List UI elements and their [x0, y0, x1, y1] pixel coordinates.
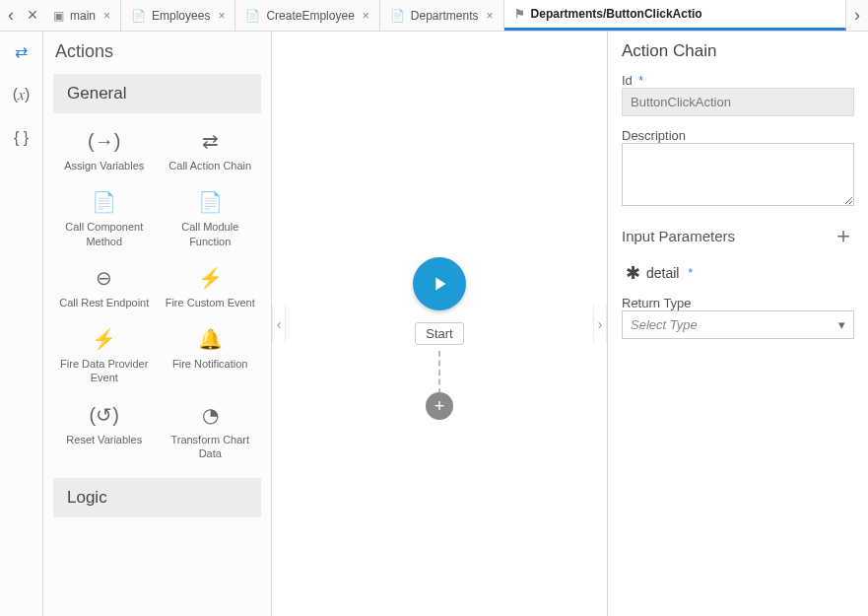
action-call-component-method[interactable]: 📄 Call Component Method [51, 180, 158, 256]
return-type-label: Return Type [622, 296, 854, 310]
tab-create-employee[interactable]: 📄 CreateEmployee × [235, 0, 379, 31]
action-chain-canvas[interactable]: ‹ › Start + [272, 32, 607, 616]
module-icon: 📄 [162, 190, 260, 214]
rest-icon: ⊖ [55, 266, 154, 290]
tab-label: Employees [152, 9, 210, 23]
select-placeholder: Select Type [631, 317, 698, 332]
general-actions-grid: (→) Assign Variables ⇄ Call Action Chain… [43, 119, 271, 472]
code-tool[interactable]: { } [8, 124, 35, 152]
component-icon: 📄 [55, 190, 154, 214]
action-label: Fire Custom Event [162, 296, 260, 309]
tab-nav-back[interactable]: ‹ [0, 0, 22, 31]
tab-main[interactable]: ▣ main × [43, 0, 121, 31]
required-icon: * [688, 266, 693, 280]
tab-label: main [70, 9, 96, 23]
flag-icon: ⚑ [514, 7, 525, 21]
close-icon[interactable]: × [487, 9, 494, 23]
accordion-label: General [67, 84, 126, 103]
action-label: Call Action Chain [162, 159, 260, 172]
add-node-button[interactable]: + [426, 392, 453, 420]
actions-panel: Actions General (→) Assign Variables ⇄ C… [43, 32, 272, 616]
description-label: Description [622, 128, 854, 143]
event-icon: ⚡ [162, 266, 260, 290]
properties-panel: Action Chain Id * Description Input Para… [607, 32, 868, 616]
tab-label: Departments [411, 9, 479, 23]
close-icon[interactable]: × [218, 9, 225, 23]
variables-tool[interactable]: (𝑥) [8, 81, 35, 108]
action-label: Assign Variables [55, 159, 154, 172]
param-detail[interactable]: ✱ detail * [622, 262, 854, 284]
action-fire-notification[interactable]: 🔔 Fire Notification [158, 317, 264, 393]
close-icon[interactable]: × [363, 9, 369, 23]
chart-icon: ◔ [162, 403, 260, 427]
required-icon: ✱ [626, 262, 640, 284]
id-label: Id [622, 73, 633, 88]
id-field[interactable] [622, 88, 854, 116]
action-chain-tool[interactable]: ⇄ [8, 37, 35, 65]
bell-icon: 🔔 [162, 327, 260, 351]
page-icon: 📄 [390, 9, 405, 23]
action-label: Reset Variables [55, 433, 154, 446]
app-icon: ▣ [53, 9, 64, 23]
page-icon: 📄 [131, 9, 146, 23]
add-param-button[interactable]: ＋ [833, 221, 854, 250]
action-label: Fire Data Provider Event [55, 357, 154, 385]
action-fire-custom-event[interactable]: ⚡ Fire Custom Event [158, 256, 264, 317]
action-transform-chart-data[interactable]: ◔ Transform Chart Data [158, 393, 264, 469]
accordion-general[interactable]: General [53, 74, 261, 113]
action-label: Transform Chart Data [162, 433, 260, 461]
tab-bar: ‹ × ▣ main × 📄 Employees × 📄 CreateEmplo… [0, 0, 868, 32]
return-type-select[interactable]: Select Type ▾ [622, 310, 854, 339]
start-node-label: Start [415, 322, 463, 345]
tab-departments[interactable]: 📄 Departments × [380, 0, 504, 31]
actions-scroll[interactable]: General (→) Assign Variables ⇄ Call Acti… [43, 68, 271, 616]
tab-label: Departments/ButtonClickActio [531, 7, 702, 21]
action-call-rest-endpoint[interactable]: ⊖ Call Rest Endpoint [51, 256, 158, 317]
required-icon: * [638, 74, 643, 88]
accordion-logic[interactable]: Logic [53, 478, 261, 517]
connector-line [438, 351, 440, 394]
action-label: Call Component Method [55, 220, 154, 248]
tab-nav-overflow[interactable]: › [846, 0, 868, 31]
chevron-down-icon: ▾ [838, 317, 845, 332]
input-params-label: Input Parameters [622, 228, 735, 244]
event-icon: ⚡ [55, 327, 154, 351]
chain-icon: ⇄ [162, 129, 260, 153]
panel-title: Action Chain [622, 41, 854, 61]
assign-icon: (→) [55, 129, 154, 153]
action-assign-variables[interactable]: (→) Assign Variables [51, 119, 158, 180]
action-label: Fire Notification [162, 357, 260, 371]
accordion-label: Logic [67, 488, 107, 508]
action-reset-variables[interactable]: (↺) Reset Variables [51, 393, 158, 469]
action-label: Call Module Function [162, 220, 260, 248]
close-icon[interactable]: × [103, 9, 110, 23]
page-icon: 📄 [245, 9, 260, 23]
action-fire-data-provider-event[interactable]: ⚡ Fire Data Provider Event [51, 317, 158, 393]
reset-icon: (↺) [55, 403, 154, 427]
tab-employees[interactable]: 📄 Employees × [121, 0, 235, 31]
action-call-action-chain[interactable]: ⇄ Call Action Chain [158, 119, 264, 180]
editor-toolstrip: ⇄ (𝑥) { } [0, 32, 43, 616]
start-node[interactable] [413, 257, 466, 310]
play-icon [429, 273, 450, 295]
tab-action-chain[interactable]: ⚑ Departments/ButtonClickActio [504, 0, 846, 31]
action-call-module-function[interactable]: 📄 Call Module Function [158, 180, 264, 256]
actions-panel-title: Actions [43, 32, 271, 68]
description-field[interactable] [622, 143, 854, 206]
tab-nav-close[interactable]: × [22, 0, 43, 31]
tab-label: CreateEmployee [266, 9, 354, 23]
action-label: Call Rest Endpoint [55, 296, 154, 309]
param-name: detail [646, 265, 679, 281]
flow-graph: Start + [272, 32, 607, 616]
